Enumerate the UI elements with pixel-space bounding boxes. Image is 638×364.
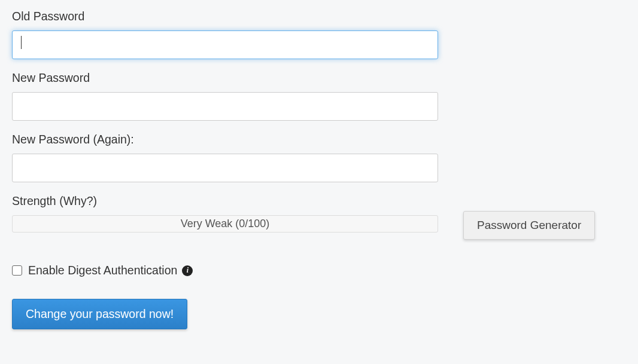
info-icon[interactable]: i — [182, 265, 193, 276]
new-password-again-label: New Password (Again): — [12, 133, 438, 146]
new-password-again-input[interactable] — [12, 154, 438, 182]
new-password-input[interactable] — [12, 92, 438, 121]
strength-text: Very Weak (0/100) — [181, 218, 270, 230]
old-password-row: Old Password — [12, 10, 626, 59]
digest-auth-checkbox[interactable] — [12, 265, 22, 276]
strength-label: Strength (Why?) — [12, 194, 438, 208]
strength-meter: Very Weak (0/100) — [12, 215, 438, 233]
digest-auth-row: Enable Digest Authentication i — [12, 264, 626, 277]
digest-auth-label[interactable]: Enable Digest Authentication i — [28, 264, 193, 277]
password-change-form: Old Password New Password New Password (… — [12, 10, 626, 329]
strength-row: Strength (Why?) Very Weak (0/100) Passwo… — [12, 194, 626, 240]
text-cursor — [21, 36, 22, 49]
digest-auth-text: Enable Digest Authentication — [28, 264, 177, 277]
new-password-label: New Password — [12, 71, 438, 85]
new-password-again-row: New Password (Again): — [12, 133, 626, 182]
password-generator-button[interactable]: Password Generator — [463, 211, 595, 240]
old-password-input[interactable] — [12, 30, 438, 59]
new-password-row: New Password — [12, 71, 626, 121]
old-password-label: Old Password — [12, 10, 438, 23]
change-password-button[interactable]: Change your password now! — [12, 299, 187, 329]
